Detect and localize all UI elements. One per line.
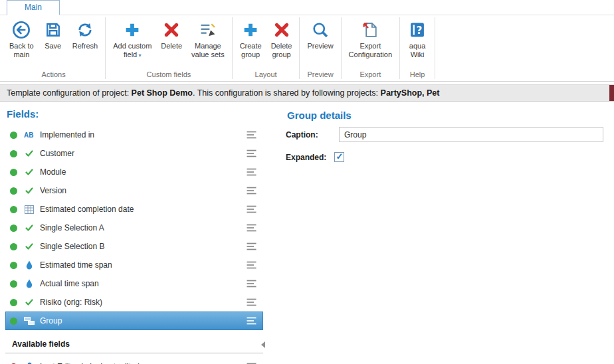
- drag-handle-icon[interactable]: [246, 205, 257, 214]
- drag-handle-icon[interactable]: [246, 167, 257, 177]
- ribbon-button-delete[interactable]: Delete: [157, 17, 186, 52]
- delete-icon: [161, 20, 181, 40]
- field-row[interactable]: Risiko (orig: Risk): [5, 293, 263, 312]
- checkmark-icon: [23, 149, 35, 158]
- drag-handle-icon[interactable]: [246, 149, 257, 158]
- status-dot: [10, 169, 17, 176]
- delete-icon: [272, 20, 292, 40]
- fields-panel: Fields: ABImplemented inCustomerModuleVe…: [5, 107, 263, 364]
- field-label: Implemented in: [40, 130, 246, 139]
- template-configuration-window: Main Back to mainSaveRefreshActionsAdd c…: [0, 0, 614, 364]
- expanded-label: Expanded:: [286, 153, 326, 162]
- field-row[interactable]: Version: [5, 181, 263, 200]
- ribbon-button-add-custom-field[interactable]: Add custom field ▾: [109, 17, 155, 60]
- field-row[interactable]: Last Editor (orig: Last editor): [5, 357, 263, 364]
- field-row[interactable]: Single Selection B: [5, 237, 263, 256]
- field-row[interactable]: Customer: [5, 144, 263, 163]
- status-dot: [10, 206, 17, 213]
- available-fields-header: Available fields: [12, 339, 70, 349]
- drag-handle-icon[interactable]: [246, 260, 257, 270]
- ribbon-button-label: Add custom field ▾: [113, 42, 152, 59]
- info-bar-bold-text: PartyShop, Pet: [381, 88, 440, 98]
- checkmark-icon: [23, 298, 35, 307]
- ribbon-group-label: Export: [344, 68, 397, 81]
- ribbon-button-save[interactable]: Save: [39, 17, 67, 52]
- ribbon-button-label: Save: [45, 42, 61, 50]
- caption-input[interactable]: [339, 127, 603, 142]
- ribbon-button-label: Create group: [240, 42, 262, 59]
- ribbon-group-label: Preview: [302, 68, 338, 81]
- drag-handle-icon[interactable]: [246, 298, 257, 307]
- field-row[interactable]: Module: [5, 163, 263, 181]
- ribbon-button-label: aqua Wiki: [409, 42, 425, 59]
- drag-handle-icon[interactable]: [246, 279, 257, 288]
- ribbon-button-aqua-wiki[interactable]: ?aqua Wiki: [403, 17, 431, 60]
- field-label: Module: [40, 167, 246, 177]
- field-label: Group: [40, 316, 246, 325]
- field-row[interactable]: ABImplemented in: [5, 126, 263, 144]
- field-row[interactable]: Estimated time span: [5, 256, 263, 274]
- drag-handle-icon[interactable]: [246, 223, 257, 232]
- ribbon-tabstrip: Main: [0, 0, 614, 15]
- status-dot: [10, 262, 17, 269]
- add-icon: [241, 20, 260, 40]
- field-label: Actual time span: [40, 279, 246, 288]
- tab-main[interactable]: Main: [7, 0, 60, 15]
- drag-handle-icon[interactable]: [246, 130, 257, 139]
- field-label: Estimated time span: [40, 260, 246, 270]
- ribbon-button-label: Export Configuration: [349, 42, 392, 59]
- svg-text:?: ?: [417, 25, 423, 37]
- fields-list: ABImplemented inCustomerModuleVersionEst…: [5, 126, 263, 330]
- timespan-icon: [23, 260, 35, 270]
- status-dot: [10, 225, 17, 232]
- ribbon-button-create-group[interactable]: Create group: [236, 17, 266, 60]
- expanded-row: Expanded: ✓: [286, 152, 603, 162]
- field-row[interactable]: Actual time span: [5, 274, 263, 293]
- ribbon-group-export: Export ConfigurationExport: [342, 15, 399, 81]
- text-field-icon: AB: [23, 131, 35, 139]
- ribbon-button-refresh[interactable]: Refresh: [68, 17, 102, 52]
- available-fields-list: Last Editor (orig: Last editor): [5, 353, 263, 364]
- info-bar: Template configuration of project: Pet S…: [0, 84, 614, 102]
- ribbon-button-label: Refresh: [72, 42, 98, 50]
- ribbon-group-separator: [435, 17, 435, 79]
- preview-icon: [310, 20, 330, 40]
- expanded-checkbox[interactable]: ✓: [334, 152, 344, 162]
- save-icon: [43, 20, 63, 40]
- ribbon-button-label: Delete: [161, 42, 182, 50]
- status-dot: [10, 243, 17, 250]
- drag-handle-icon[interactable]: [246, 186, 257, 195]
- ribbon-button-back-to-main[interactable]: Back to main: [5, 17, 38, 60]
- edge-marker: [609, 85, 614, 101]
- calendar-icon: [23, 205, 35, 214]
- status-dot: [10, 187, 17, 195]
- field-row[interactable]: Group: [5, 312, 263, 330]
- field-label: Estimated completion date: [40, 205, 246, 214]
- ribbon-button-label: Preview: [307, 42, 333, 50]
- field-row[interactable]: Single Selection A: [5, 219, 263, 237]
- ribbon-group-label: Custom fields: [108, 68, 229, 81]
- available-fields-header-row: Available fields: [5, 336, 263, 353]
- info-bar-bold-text: Pet Shop Demo: [132, 88, 193, 98]
- status-dot: [10, 132, 17, 139]
- back-icon: [11, 20, 31, 40]
- drag-handle-icon[interactable]: [246, 242, 257, 251]
- export-icon: [360, 20, 380, 40]
- info-bar-plain-text: . This configuration is shared by follow…: [193, 88, 381, 98]
- status-dot: [10, 150, 17, 157]
- add-icon: [122, 20, 142, 40]
- ribbon: Back to mainSaveRefreshActionsAdd custom…: [0, 15, 614, 82]
- checkmark-icon: [23, 167, 35, 177]
- ribbon-button-manage-value-sets[interactable]: Manage value sets: [187, 17, 229, 60]
- ribbon-button-delete-group[interactable]: Delete group: [267, 17, 296, 60]
- ribbon-group-separator: [232, 17, 233, 79]
- ribbon-button-preview[interactable]: Preview: [303, 17, 337, 52]
- svg-text:AB: AB: [24, 132, 33, 139]
- field-row[interactable]: Estimated completion date: [5, 200, 263, 219]
- ribbon-button-label: Back to main: [9, 42, 34, 59]
- drag-handle-icon[interactable]: [246, 316, 257, 325]
- main-content: Fields: ABImplemented inCustomerModuleVe…: [0, 102, 614, 364]
- collapse-left-icon[interactable]: [261, 341, 265, 348]
- ribbon-button-export-configuration[interactable]: Export Configuration: [345, 17, 396, 60]
- checkmark-icon: [23, 223, 35, 232]
